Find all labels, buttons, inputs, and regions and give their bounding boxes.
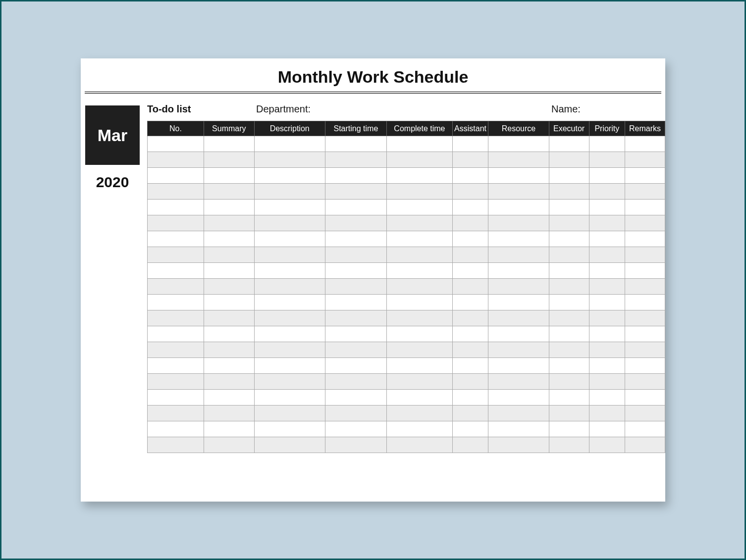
- table-cell[interactable]: [204, 406, 255, 421]
- table-cell[interactable]: [549, 437, 589, 453]
- table-cell[interactable]: [589, 295, 625, 310]
- table-cell[interactable]: [488, 168, 549, 184]
- table-cell[interactable]: [488, 358, 549, 374]
- table-cell[interactable]: [387, 168, 453, 184]
- table-cell[interactable]: [488, 247, 549, 263]
- table-cell[interactable]: [254, 437, 325, 453]
- table-cell[interactable]: [589, 390, 625, 406]
- table-cell[interactable]: [387, 374, 453, 390]
- table-cell[interactable]: [325, 168, 386, 184]
- table-cell[interactable]: [549, 184, 589, 200]
- table-cell[interactable]: [204, 136, 255, 152]
- table-cell[interactable]: [148, 342, 204, 358]
- table-cell[interactable]: [488, 184, 549, 200]
- table-cell[interactable]: [325, 421, 386, 437]
- table-cell[interactable]: [387, 279, 453, 295]
- table-cell[interactable]: [488, 279, 549, 295]
- table-cell[interactable]: [387, 358, 453, 374]
- table-cell[interactable]: [452, 279, 488, 295]
- table-cell[interactable]: [488, 406, 549, 421]
- table-cell[interactable]: [549, 295, 589, 310]
- table-cell[interactable]: [488, 152, 549, 168]
- table-cell[interactable]: [589, 200, 625, 215]
- table-cell[interactable]: [589, 421, 625, 437]
- table-cell[interactable]: [148, 152, 204, 168]
- table-cell[interactable]: [452, 215, 488, 231]
- table-cell[interactable]: [204, 390, 255, 406]
- table-cell[interactable]: [148, 358, 204, 374]
- table-cell[interactable]: [549, 231, 589, 247]
- table-cell[interactable]: [387, 136, 453, 152]
- table-cell[interactable]: [254, 231, 325, 247]
- table-cell[interactable]: [625, 152, 665, 168]
- table-cell[interactable]: [204, 421, 255, 437]
- table-cell[interactable]: [488, 215, 549, 231]
- table-cell[interactable]: [325, 342, 386, 358]
- table-cell[interactable]: [549, 390, 589, 406]
- table-cell[interactable]: [452, 231, 488, 247]
- table-cell[interactable]: [549, 136, 589, 152]
- table-cell[interactable]: [625, 295, 665, 310]
- table-cell[interactable]: [204, 279, 255, 295]
- table-cell[interactable]: [254, 390, 325, 406]
- table-cell[interactable]: [452, 437, 488, 453]
- table-cell[interactable]: [625, 136, 665, 152]
- table-cell[interactable]: [254, 406, 325, 421]
- table-cell[interactable]: [625, 358, 665, 374]
- table-cell[interactable]: [452, 263, 488, 279]
- table-cell[interactable]: [254, 358, 325, 374]
- table-cell[interactable]: [148, 295, 204, 310]
- table-cell[interactable]: [148, 406, 204, 421]
- table-cell[interactable]: [204, 168, 255, 184]
- table-cell[interactable]: [387, 184, 453, 200]
- table-cell[interactable]: [589, 136, 625, 152]
- table-cell[interactable]: [589, 168, 625, 184]
- table-cell[interactable]: [148, 215, 204, 231]
- table-cell[interactable]: [625, 200, 665, 215]
- table-cell[interactable]: [254, 136, 325, 152]
- table-cell[interactable]: [387, 200, 453, 215]
- table-cell[interactable]: [325, 406, 386, 421]
- table-cell[interactable]: [204, 200, 255, 215]
- table-cell[interactable]: [325, 231, 386, 247]
- table-cell[interactable]: [589, 215, 625, 231]
- table-cell[interactable]: [204, 374, 255, 390]
- table-cell[interactable]: [488, 421, 549, 437]
- table-cell[interactable]: [325, 326, 386, 342]
- table-cell[interactable]: [325, 310, 386, 326]
- table-cell[interactable]: [589, 152, 625, 168]
- table-cell[interactable]: [387, 421, 453, 437]
- table-cell[interactable]: [452, 152, 488, 168]
- table-cell[interactable]: [488, 326, 549, 342]
- table-cell[interactable]: [625, 406, 665, 421]
- table-cell[interactable]: [549, 247, 589, 263]
- table-cell[interactable]: [452, 326, 488, 342]
- table-cell[interactable]: [488, 263, 549, 279]
- table-cell[interactable]: [148, 136, 204, 152]
- table-cell[interactable]: [488, 200, 549, 215]
- table-cell[interactable]: [204, 437, 255, 453]
- table-cell[interactable]: [589, 231, 625, 247]
- table-cell[interactable]: [325, 358, 386, 374]
- table-cell[interactable]: [254, 326, 325, 342]
- table-cell[interactable]: [452, 406, 488, 421]
- table-cell[interactable]: [589, 247, 625, 263]
- table-cell[interactable]: [549, 310, 589, 326]
- table-cell[interactable]: [148, 326, 204, 342]
- table-cell[interactable]: [325, 184, 386, 200]
- table-cell[interactable]: [325, 437, 386, 453]
- table-cell[interactable]: [148, 263, 204, 279]
- table-cell[interactable]: [387, 406, 453, 421]
- table-cell[interactable]: [204, 358, 255, 374]
- table-cell[interactable]: [488, 310, 549, 326]
- table-cell[interactable]: [488, 231, 549, 247]
- table-cell[interactable]: [325, 215, 386, 231]
- table-cell[interactable]: [452, 168, 488, 184]
- table-cell[interactable]: [625, 326, 665, 342]
- table-cell[interactable]: [204, 342, 255, 358]
- table-cell[interactable]: [625, 279, 665, 295]
- table-cell[interactable]: [148, 374, 204, 390]
- table-cell[interactable]: [387, 390, 453, 406]
- table-cell[interactable]: [625, 390, 665, 406]
- table-cell[interactable]: [148, 184, 204, 200]
